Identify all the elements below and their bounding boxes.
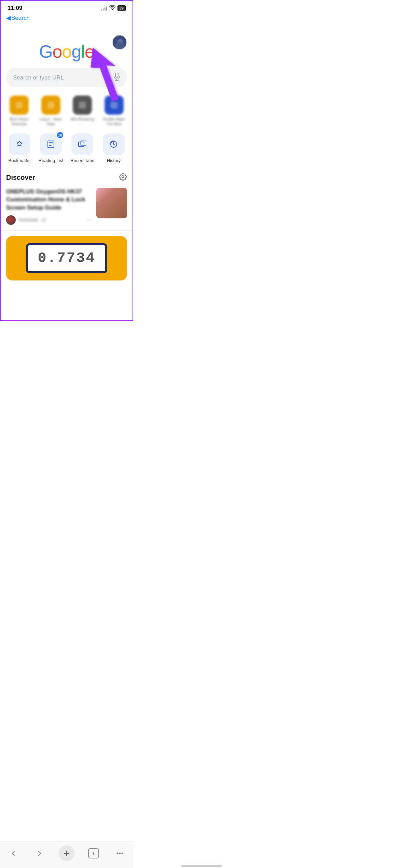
news-headline: ONEPLUS OxygenOS HK37 Customisation Home… — [6, 188, 92, 212]
svg-point-1 — [117, 39, 123, 44]
shortcut-3[interactable]: Mint Browsing — [68, 96, 97, 127]
svg-rect-9 — [79, 102, 86, 108]
main-content: Best Select Networks Log in - Save Data … — [1, 96, 133, 320]
shortcut-1-icon — [10, 96, 29, 115]
shortcut-4[interactable]: Double Make The Best — [100, 96, 129, 127]
shortcuts-grid: Best Select Networks Log in - Save Data … — [1, 96, 133, 127]
reading-list-icon — [46, 140, 56, 149]
discover-settings-icon[interactable] — [119, 173, 127, 183]
reading-list-badge: 10 — [56, 131, 64, 139]
microphone-icon[interactable] — [113, 73, 120, 83]
recent-tabs-icon — [78, 140, 87, 149]
history-icon — [109, 140, 119, 149]
bookmarks-label: Bookmarks — [8, 158, 30, 163]
action-bookmarks[interactable]: Bookmarks — [5, 133, 34, 163]
digital-display: 0.7734 — [26, 243, 107, 273]
svg-rect-10 — [111, 102, 117, 108]
wifi-icon — [109, 5, 115, 11]
action-recent-tabs[interactable]: Recent tabs — [68, 133, 97, 163]
back-arrow-icon: ◀ — [6, 14, 11, 21]
action-reading-list[interactable]: 10 Reading List — [36, 133, 66, 163]
reading-list-icon-wrap: 10 — [40, 133, 62, 155]
discover-title: Discover — [6, 174, 35, 182]
shortcut-4-label: Double Make The Best — [102, 117, 126, 127]
search-placeholder: Search or type URL — [13, 74, 113, 81]
bookmarks-icon-wrap — [9, 133, 30, 155]
news-source-avatar — [6, 215, 16, 225]
history-label: History — [107, 158, 121, 163]
back-nav[interactable]: ◀ Search — [1, 14, 133, 24]
history-icon-wrap — [103, 133, 125, 155]
shortcut-1[interactable]: Best Select Networks — [5, 96, 34, 127]
article-card[interactable]: 0.7734 — [6, 236, 127, 280]
status-icons: 39 — [101, 5, 126, 11]
news-text-block: ONEPLUS OxygenOS HK37 Customisation Home… — [6, 188, 92, 225]
signal-icon — [101, 6, 107, 11]
avatar[interactable] — [112, 35, 127, 50]
recent-tabs-icon-wrap — [71, 133, 93, 155]
shortcut-2[interactable]: Log in - Save Data — [37, 96, 66, 127]
action-history[interactable]: History — [99, 133, 128, 163]
status-bar: 11:09 39 — [1, 1, 133, 14]
shortcut-1-label: Best Select Networks — [7, 117, 31, 127]
shortcut-2-icon — [41, 96, 60, 115]
status-time: 11:09 — [8, 5, 22, 12]
news-card[interactable]: ONEPLUS OxygenOS HK37 Customisation Home… — [1, 188, 133, 225]
recent-tabs-label: Recent tabs — [70, 158, 94, 163]
actions-row: Bookmarks 10 Reading List — [1, 133, 133, 163]
svg-rect-7 — [16, 102, 23, 108]
discover-header: Discover — [1, 173, 133, 183]
svg-rect-4 — [115, 73, 118, 77]
back-nav-label: Search — [11, 15, 30, 21]
news-source-text: TechInside · 12 — [18, 218, 46, 222]
svg-point-2 — [115, 45, 125, 50]
news-image — [96, 188, 127, 218]
shortcut-2-label: Log in - Save Data — [39, 117, 63, 127]
bookmarks-icon — [15, 140, 24, 149]
shortcut-3-label: Mint Browsing — [71, 117, 94, 121]
search-bar-container: Search or type URL — [1, 68, 133, 87]
svg-point-18 — [122, 176, 124, 178]
svg-rect-11 — [48, 141, 54, 148]
search-bar[interactable]: Search or type URL — [6, 68, 127, 87]
svg-rect-8 — [47, 102, 54, 108]
reading-list-label: Reading List — [39, 158, 63, 163]
news-more-icon[interactable]: ··· — [86, 216, 92, 223]
battery-icon: 39 — [117, 5, 126, 11]
shortcut-4-icon — [105, 96, 124, 115]
news-meta: TechInside · 12 ··· — [6, 215, 92, 225]
shortcut-3-icon — [73, 96, 92, 115]
